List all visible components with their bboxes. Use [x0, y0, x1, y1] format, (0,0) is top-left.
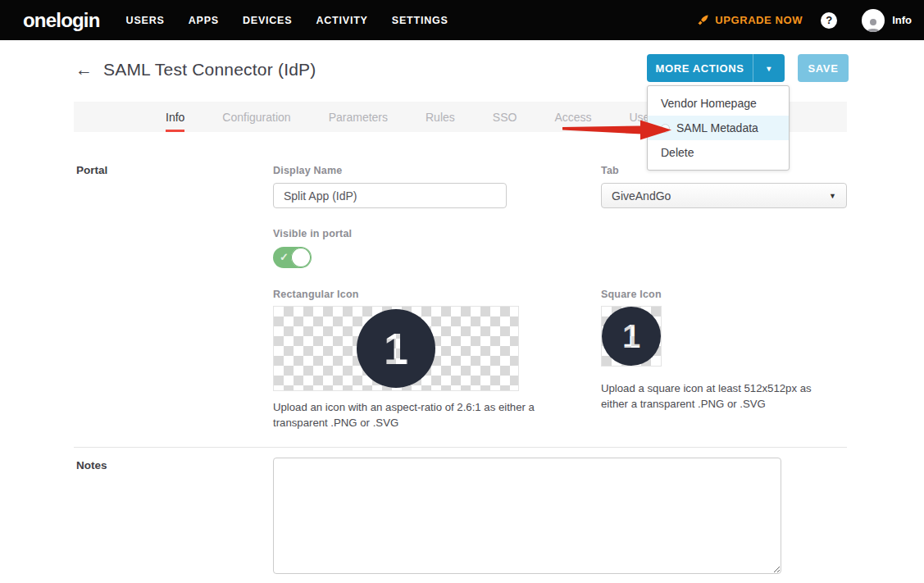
nav-item-apps[interactable]: APPS	[189, 15, 219, 26]
tab-access[interactable]: Access	[554, 102, 591, 132]
tab-select-value: GiveAndGo	[612, 189, 671, 203]
nav-item-activity[interactable]: ACTIVITY	[316, 15, 367, 26]
section-divider	[74, 447, 847, 448]
menu-item-delete[interactable]: Delete	[648, 140, 789, 165]
square-icon-upload[interactable]: 1	[601, 306, 662, 367]
onelogin-logo[interactable]: onelogin	[23, 9, 100, 32]
person-icon	[865, 17, 881, 32]
avatar[interactable]	[862, 9, 885, 32]
rectangular-icon-upload[interactable]: 1	[273, 306, 519, 391]
more-actions-button[interactable]: MORE ACTIONS ▾	[647, 54, 785, 82]
nav-right: UPGRADE NOW ? Info	[697, 9, 912, 32]
more-actions-label: MORE ACTIONS	[647, 54, 753, 82]
rect-icon-caption: Upload an icon with an aspect-ratio of 2…	[273, 399, 572, 430]
select-caret-icon: ▼	[829, 192, 836, 200]
app-logo-digit-square: 1	[622, 318, 640, 354]
tab-info[interactable]: Info	[166, 102, 184, 132]
app-logo-icon: 1	[357, 309, 435, 388]
nav-item-devices[interactable]: DEVICES	[243, 15, 292, 26]
menu-item-saml-metadata[interactable]: SAML Metadata	[648, 116, 789, 140]
more-actions-menu: Vendor Homepage SAML Metadata Delete	[647, 85, 790, 171]
square-icon-caption: Upload a square icon at least 512x512px …	[601, 380, 835, 412]
help-icon[interactable]: ?	[821, 12, 837, 29]
nav-item-users[interactable]: USERS	[126, 15, 165, 26]
link-circle-icon	[661, 124, 670, 133]
rocket-icon	[697, 14, 709, 26]
portal-section-label: Portal	[76, 164, 107, 176]
upgrade-now-label: UPGRADE NOW	[715, 14, 803, 26]
visible-in-portal-toggle[interactable]: ✓	[273, 247, 312, 268]
tab-parameters[interactable]: Parameters	[329, 102, 388, 132]
app-logo-icon-square: 1	[602, 307, 661, 366]
user-name: Info	[892, 14, 912, 26]
save-button[interactable]: SAVE	[798, 54, 849, 82]
check-icon: ✓	[280, 251, 289, 263]
back-arrow-icon[interactable]: ←	[75, 60, 93, 80]
app-logo-digit: 1	[384, 324, 408, 373]
top-nav: onelogin USERS APPS DEVICES ACTIVITY SET…	[0, 0, 924, 40]
tab-sso[interactable]: SSO	[493, 102, 517, 132]
toggle-knob	[291, 248, 311, 267]
menu-item-vendor-homepage[interactable]: Vendor Homepage	[648, 91, 789, 116]
visible-in-portal-label: Visible in portal	[273, 228, 352, 239]
display-name-input[interactable]	[273, 183, 507, 208]
rectangular-icon-label: Rectangular Icon	[273, 289, 572, 300]
tab-select[interactable]: GiveAndGo ▼	[601, 183, 847, 208]
notes-textarea[interactable]	[273, 458, 781, 574]
tab-configuration[interactable]: Configuration	[222, 102, 290, 132]
display-name-label: Display Name	[273, 165, 507, 176]
page-title: SAML Test Connector (IdP)	[103, 60, 316, 80]
upgrade-now-button[interactable]: UPGRADE NOW	[697, 14, 803, 26]
main-nav: USERS APPS DEVICES ACTIVITY SETTINGS	[126, 15, 472, 26]
notes-section-label: Notes	[76, 459, 107, 471]
square-icon-label: Square Icon	[601, 289, 835, 300]
chevron-down-icon[interactable]: ▾	[753, 54, 785, 82]
nav-item-settings[interactable]: SETTINGS	[392, 15, 448, 26]
tab-rules[interactable]: Rules	[426, 102, 455, 132]
